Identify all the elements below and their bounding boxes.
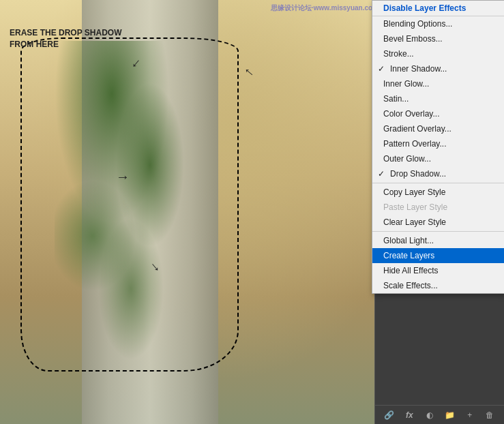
menu-item-satin[interactable]: Satin... (372, 91, 504, 106)
menu-item-inner-glow[interactable]: Inner Glow... (372, 76, 504, 91)
separator-1 (372, 183, 504, 183)
delete-footer-icon[interactable]: 🗑 (484, 409, 496, 421)
right-panel: Layers ⊙ Kind 🔸🔶🔷 Multiply ✓ 100% Lock: … (374, 0, 504, 424)
annotation-text: ERASE THE DROP SHADOW FROM HERE (10, 27, 121, 50)
menu-item-clear-layer-style[interactable]: Clear Layer Style (372, 215, 504, 230)
menu-item-inner-shadow[interactable]: ✓ Inner Shadow... (372, 61, 504, 76)
separator-2 (372, 231, 504, 232)
menu-item-paste-layer-style[interactable]: Paste Layer Style (372, 200, 504, 215)
checkmark-inner-shadow: ✓ (378, 64, 385, 74)
folder-footer-icon[interactable]: 📁 (443, 409, 456, 421)
menu-item-pattern-overlay[interactable]: Pattern Overlay... (372, 136, 504, 151)
layers-footer: 🔗 fx ◐ 📁 + 🗑 (375, 405, 504, 424)
link-footer-icon[interactable]: 🔗 (383, 409, 396, 421)
menu-item-outer-glow[interactable]: Outer Glow... (372, 151, 504, 166)
menu-item-drop-shadow[interactable]: ✓ Drop Shadow... (372, 166, 504, 181)
menu-item-stroke[interactable]: Stroke... (372, 46, 504, 61)
menu-item-global-light[interactable]: Global Light... (372, 233, 504, 248)
arrow-3: → (116, 169, 130, 185)
menu-item-color-overlay[interactable]: Color Overlay... (372, 106, 504, 121)
menu-item-blending-options[interactable]: Blending Options... (372, 16, 504, 31)
ivy-overlay (55, 41, 246, 395)
checkmark-drop-shadow: ✓ (378, 169, 385, 179)
adjustment-footer-icon[interactable]: ◐ (424, 409, 436, 421)
menu-item-bevel-emboss[interactable]: Bevel Emboss... (372, 31, 504, 46)
menu-item-hide-all-effects[interactable]: Hide All Effects (372, 263, 504, 278)
context-menu: Disable Layer Effects Blending Options..… (372, 0, 504, 294)
new-layer-footer-icon[interactable]: + (464, 409, 476, 421)
canvas-area: ERASE THE DROP SHADOW FROM HERE → → → → … (0, 0, 382, 424)
fx-footer-icon[interactable]: fx (403, 409, 415, 421)
watermark: 思缘设计论坛·www.missyuan.com (271, 3, 379, 13)
menu-item-create-layers[interactable]: Create Layers (372, 248, 504, 263)
menu-item-gradient-overlay[interactable]: Gradient Overlay... (372, 121, 504, 136)
menu-item-disable-layer-effects[interactable]: Disable Layer Effects (372, 1, 504, 16)
menu-item-copy-layer-style[interactable]: Copy Layer Style (372, 185, 504, 200)
menu-item-scale-effects[interactable]: Scale Effects... (372, 278, 504, 293)
